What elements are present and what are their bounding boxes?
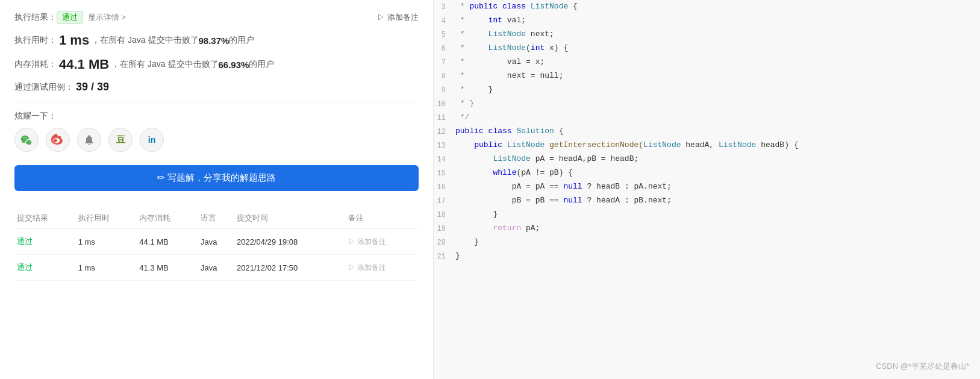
code-line: 20 }	[434, 236, 980, 249]
line-content: */	[455, 111, 980, 124]
line-number: 13	[434, 139, 455, 152]
line-content: ListNode pA = headA,pB = headB;	[455, 152, 980, 166]
code-line: 12public class Solution {	[434, 125, 980, 139]
submissions-table: 提交结果 执行用时 内存消耗 语言 提交时间 备注 通过 1 ms 44.1 M…	[14, 208, 419, 281]
mem-desc2: 的用户	[249, 59, 274, 70]
submission-time: 1 ms	[76, 255, 137, 281]
code-line: 7 * val = x;	[434, 55, 980, 69]
result-label: 执行结果：	[14, 12, 57, 23]
line-number: 5	[434, 28, 455, 42]
time-row: 执行用时： 1 ms ，在所有 Java 提交中击败了 98.37% 的用户	[14, 33, 419, 48]
line-content: * int val;	[455, 14, 980, 27]
code-line: 6 * ListNode(int x) {	[434, 42, 980, 55]
line-number: 9	[434, 83, 455, 97]
th-note: 备注	[346, 208, 419, 229]
submission-memory: 44.1 MB	[137, 229, 198, 255]
write-solution-button[interactable]: ✏ 写题解，分享我的解题思路	[14, 165, 419, 191]
line-content: pA = pA == null ? headB : pA.next;	[455, 180, 980, 193]
submission-memory: 41.3 MB	[137, 255, 198, 281]
code-line: 3 * public class ListNode {	[434, 0, 980, 14]
submission-lang: Java	[198, 255, 234, 281]
line-number: 10	[434, 97, 455, 111]
notification-icon[interactable]	[77, 128, 101, 152]
divider1	[14, 102, 419, 102]
submission-note[interactable]: ▷ 添加备注	[346, 255, 419, 281]
table-row: 通过 1 ms 44.1 MB Java 2022/04/29 19:08 ▷ …	[14, 229, 419, 255]
th-date: 提交时间	[234, 208, 346, 229]
mem-desc1: ，在所有 Java 提交中击败了	[111, 59, 218, 70]
time-desc1: ，在所有 Java 提交中击败了	[92, 35, 198, 46]
line-number: 20	[434, 236, 455, 249]
code-line: 8 * next = null;	[434, 69, 980, 83]
social-icons-group: 豆 in	[14, 128, 419, 152]
line-content: * }	[455, 97, 980, 110]
mem-label: 内存消耗：	[14, 59, 57, 70]
line-number: 4	[434, 14, 455, 28]
line-content: * next = null;	[455, 69, 980, 83]
line-content: * ListNode next;	[455, 28, 980, 41]
code-line: 21}	[434, 249, 980, 263]
right-panel: 3 * public class ListNode {4 * int val;5…	[434, 0, 980, 379]
line-number: 21	[434, 249, 455, 263]
line-content: public ListNode getIntersectionNode(List…	[455, 139, 980, 152]
line-content: public class Solution {	[455, 125, 980, 138]
line-content: while(pA != pB) {	[455, 166, 980, 180]
pass-badge: 通过	[57, 11, 83, 24]
mem-value: 44.1 MB	[59, 57, 109, 72]
line-number: 17	[434, 194, 455, 208]
left-panel: 执行结果： 通过 显示详情 > ▷ 添加备注 执行用时： 1 ms ，在所有 J…	[0, 0, 434, 379]
line-number: 15	[434, 166, 455, 180]
douban-icon[interactable]: 豆	[108, 128, 133, 152]
submission-date: 2021/12/02 17:50	[234, 255, 346, 281]
submission-note[interactable]: ▷ 添加备注	[346, 229, 419, 255]
line-content: * ListNode(int x) {	[455, 42, 980, 55]
line-number: 18	[434, 208, 455, 222]
result-row: 执行结果： 通过 显示详情 > ▷ 添加备注	[14, 11, 419, 24]
mem-row: 内存消耗： 44.1 MB ，在所有 Java 提交中击败了 66.93% 的用…	[14, 57, 419, 72]
line-number: 3	[434, 0, 455, 14]
cases-row: 通过测试用例： 39 / 39	[14, 81, 419, 93]
wechat-icon[interactable]	[14, 128, 39, 152]
code-line: 4 * int val;	[434, 14, 980, 28]
line-content: * val = x;	[455, 55, 980, 69]
code-line: 15 while(pA != pB) {	[434, 166, 980, 180]
line-content: * public class ListNode {	[455, 0, 980, 13]
submission-result[interactable]: 通过	[14, 229, 76, 255]
watermark: CSDN @*平芜尽处是春山*	[876, 361, 969, 372]
line-number: 14	[434, 152, 455, 166]
line-number: 19	[434, 222, 455, 236]
line-content: }	[455, 208, 980, 221]
time-value: 1 ms	[59, 33, 89, 48]
line-content: }	[455, 236, 980, 249]
code-line: 5 * ListNode next;	[434, 28, 980, 42]
line-content: * }	[455, 83, 980, 96]
line-number: 8	[434, 69, 455, 83]
code-line: 11 */	[434, 111, 980, 125]
time-label: 执行用时：	[14, 35, 57, 46]
show-detail-link[interactable]: 显示详情 >	[88, 12, 126, 23]
th-result: 提交结果	[14, 208, 76, 229]
code-line: 16 pA = pA == null ? headB : pA.next;	[434, 180, 980, 194]
code-line: 9 * }	[434, 83, 980, 97]
code-line: 14 ListNode pA = headA,pB = headB;	[434, 152, 980, 166]
mem-pct: 66.93%	[219, 60, 249, 70]
linkedin-icon[interactable]: in	[140, 128, 164, 152]
line-content: pB = pB == null ? headA : pB.next;	[455, 194, 980, 207]
submission-result[interactable]: 通过	[14, 255, 76, 281]
code-line: 10 * }	[434, 97, 980, 111]
code-line: 13 public ListNode getIntersectionNode(L…	[434, 139, 980, 152]
share-label: 炫耀一下：	[14, 111, 419, 122]
th-memory: 内存消耗	[137, 208, 198, 229]
line-content: return pA;	[455, 222, 980, 235]
line-number: 16	[434, 180, 455, 194]
weibo-icon[interactable]	[46, 128, 70, 152]
code-line: 17 pB = pB == null ? headA : pB.next;	[434, 194, 980, 208]
line-number: 7	[434, 55, 455, 69]
add-note-top-button[interactable]: ▷ 添加备注	[377, 12, 419, 23]
code-line: 19 return pA;	[434, 222, 980, 236]
cases-value: 39 / 39	[76, 81, 109, 93]
code-line: 18 }	[434, 208, 980, 222]
th-time: 执行用时	[76, 208, 137, 229]
th-lang: 语言	[198, 208, 234, 229]
line-content: }	[455, 249, 980, 263]
